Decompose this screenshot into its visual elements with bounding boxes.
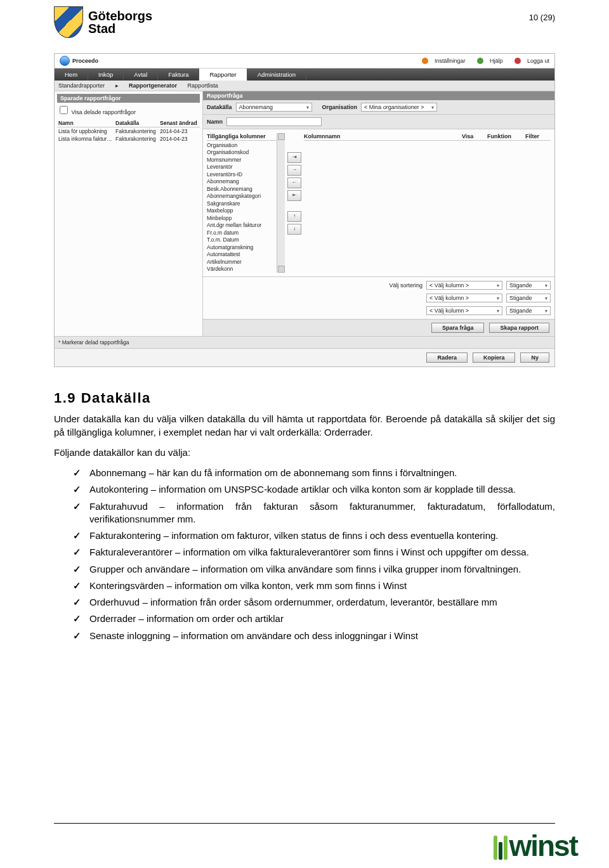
- logout-icon: [514, 58, 521, 64]
- list-item: Senaste inloggning – information om anvä…: [73, 630, 555, 646]
- sub-menu: Standardrapporter ▸ Rapportgenerator Rap…: [55, 81, 554, 91]
- avail-col-item[interactable]: T.o.m. Datum: [207, 236, 277, 243]
- logout-link[interactable]: Logga ut: [509, 58, 549, 64]
- datakalla-select[interactable]: Abonnemang▾: [236, 103, 312, 112]
- help-link[interactable]: Hjälp: [472, 58, 503, 64]
- chevron-down-icon: ▾: [306, 105, 309, 110]
- delete-button[interactable]: Radera: [426, 353, 468, 363]
- sort-dir-select-3[interactable]: Stigande▾: [506, 306, 551, 315]
- list-item: Fakturahuvud – information från fakturan…: [73, 500, 555, 530]
- sort-dir-select-2[interactable]: Stigande▾: [506, 294, 551, 302]
- org-logo: GöteborgsStad: [54, 6, 152, 38]
- avail-col-item[interactable]: Momsnummer: [207, 157, 277, 164]
- move-up-button[interactable]: ↑: [287, 211, 301, 222]
- col-kolumnnamn: Kolumnnamn: [304, 133, 462, 139]
- section-p1: Under datakälla kan du välja vilken data…: [54, 413, 555, 439]
- col-name: Namn: [58, 120, 115, 126]
- menu-rapporter[interactable]: Rapporter: [199, 68, 247, 81]
- sort-dir-select[interactable]: Stigande▾: [506, 281, 551, 290]
- remove-button[interactable]: ←: [287, 178, 301, 188]
- avail-col-item[interactable]: Abonnemangskategori: [207, 193, 277, 200]
- sort-col-select[interactable]: < Välj kolumn >▾: [426, 281, 502, 290]
- scrollbar[interactable]: [277, 133, 285, 273]
- list-item: Abonnemang – här kan du få information o…: [73, 467, 555, 483]
- page-number: 10 (29): [529, 6, 555, 22]
- app-brand-icon: [60, 56, 70, 66]
- footer-divider: [54, 823, 555, 824]
- add-all-button[interactable]: ⇥: [287, 152, 301, 163]
- saved-row[interactable]: Lista för uppbokning Fakturakontering 20…: [57, 127, 200, 135]
- sub-standard[interactable]: Standardrapporter: [58, 82, 105, 89]
- section-p2: Följande datakällor kan du välja:: [54, 446, 555, 459]
- sub-generator[interactable]: Rapportgenerator: [129, 82, 177, 89]
- avail-col-item[interactable]: Organisation: [207, 142, 277, 149]
- footnote: * Markerar delad rapportfråga: [55, 336, 554, 348]
- copy-button[interactable]: Kopiera: [473, 353, 516, 363]
- gear-icon: [422, 58, 428, 64]
- top-links: Inställningar Hjälp Logga ut: [412, 58, 549, 65]
- avail-col-item[interactable]: Abonnemang: [207, 178, 277, 185]
- saved-row[interactable]: Lista inkomna faktur… Fakturakontering 2…: [57, 135, 200, 143]
- col-source: Datakälla: [115, 120, 160, 126]
- org-select[interactable]: < Mina organisationer >▾: [361, 103, 437, 112]
- list-item: Orderhuvud – information från order såso…: [73, 596, 555, 612]
- winst-bar-icon: [494, 836, 497, 860]
- avail-col-item[interactable]: Minbelopp: [207, 215, 277, 222]
- avail-col-item[interactable]: Leverantörs-ID: [207, 171, 277, 178]
- new-button[interactable]: Ny: [520, 353, 549, 363]
- menu-avtal[interactable]: Avtal: [124, 68, 158, 81]
- menu-inkop[interactable]: Inköp: [88, 68, 124, 81]
- settings-link[interactable]: Inställningar: [417, 58, 466, 64]
- sort-col-select-2[interactable]: < Välj kolumn >▾: [426, 294, 502, 302]
- avail-col-item[interactable]: Organisationskod: [207, 149, 277, 156]
- avail-col-item[interactable]: Leverantör: [207, 164, 277, 171]
- shared-checkbox[interactable]: [60, 106, 68, 114]
- section-heading: 1.9 Datakälla: [54, 390, 555, 406]
- col-modified: Senast ändrad: [160, 120, 199, 126]
- saved-queries-title: Sparade rapportfrågor: [57, 94, 200, 103]
- list-item: Autokontering – information om UNSPSC-ko…: [73, 483, 555, 500]
- winst-bar-icon: [499, 842, 502, 860]
- menu-hem[interactable]: Hem: [55, 68, 88, 81]
- namn-label: Namn: [207, 119, 223, 125]
- menu-faktura[interactable]: Faktura: [158, 68, 199, 81]
- app-screenshot: Proceedo Inställningar Hjälp Logga ut He…: [54, 53, 555, 367]
- avail-col-item[interactable]: Automatgranskning: [207, 244, 277, 251]
- create-report-button[interactable]: Skapa rapport: [489, 323, 549, 333]
- org-label: Organisation: [322, 104, 358, 110]
- namn-input[interactable]: [226, 117, 322, 126]
- avail-col-item[interactable]: Besk.Abonnemang: [207, 186, 277, 193]
- avail-col-item[interactable]: Ant.dgr mellan fakturor: [207, 222, 277, 229]
- menu-admin[interactable]: Administration: [247, 68, 306, 81]
- add-button[interactable]: →: [287, 165, 301, 176]
- avail-cols-list[interactable]: OrganisationOrganisationskodMomsnummerLe…: [207, 142, 277, 273]
- shield-icon: [54, 6, 83, 38]
- list-item: Orderrader – information om order och ar…: [73, 612, 555, 629]
- sort-label: Välj sortering: [389, 282, 422, 288]
- avail-col-item[interactable]: Värdekonn: [207, 266, 277, 273]
- sub-list[interactable]: Rapportlista: [188, 82, 218, 89]
- remove-all-button[interactable]: ⇤: [287, 190, 301, 201]
- datakalla-label: Datakälla: [207, 104, 232, 110]
- app-brand: Proceedo: [60, 56, 98, 66]
- list-item: Grupper och användare – information om v…: [73, 563, 555, 580]
- chevron-down-icon: ▾: [431, 105, 434, 110]
- avail-col-item[interactable]: Maxbelopp: [207, 207, 277, 214]
- shared-checkbox-label: Visa delade rapportfrågor: [72, 109, 136, 115]
- avail-col-item[interactable]: Artikelnummer: [207, 259, 277, 266]
- avail-col-item[interactable]: Sakgranskare: [207, 200, 277, 207]
- query-title: Rapportfråga: [203, 91, 554, 100]
- save-query-button[interactable]: Spara fråga: [431, 323, 485, 333]
- avail-col-item[interactable]: Automatattest: [207, 251, 277, 258]
- org-name: GöteborgsStad: [88, 10, 152, 35]
- list-item: Fakturaleverantörer – information om vil…: [73, 546, 555, 562]
- main-menu: Hem Inköp Avtal Faktura Rapporter Admini…: [55, 68, 554, 81]
- winst-logo: winst: [494, 829, 577, 863]
- sort-col-select-3[interactable]: < Välj kolumn >▾: [426, 306, 502, 315]
- col-filter: Filter: [525, 133, 551, 139]
- winst-bar-icon: [504, 836, 508, 860]
- move-down-button[interactable]: ↓: [287, 224, 301, 235]
- col-funktion: Funktion: [487, 133, 525, 139]
- list-item: Fakturakontering – information om faktur…: [73, 529, 555, 546]
- avail-col-item[interactable]: Fr.o.m datum: [207, 230, 277, 236]
